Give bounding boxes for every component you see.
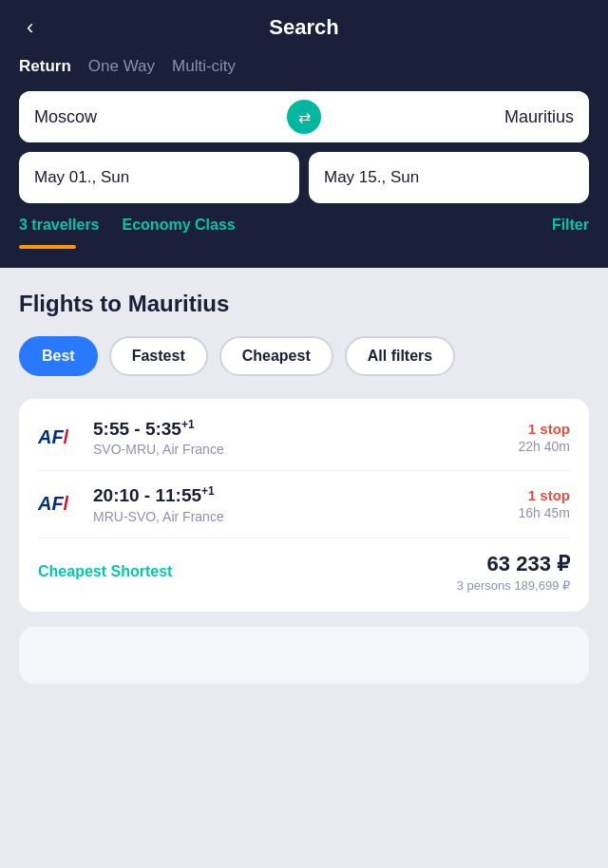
pill-best[interactable]: Best [19, 336, 98, 376]
tab-multi-city[interactable]: Multi-city [172, 57, 236, 76]
currency-symbol: ₽ [557, 552, 570, 576]
outbound-times: 5:55 - 5:35+1 SVO-MRU, Air France [93, 418, 519, 457]
inbound-times: 20:10 - 11:55+1 MRU-SVO, Air France [93, 484, 519, 523]
accent-bar [19, 245, 76, 249]
af-slash: / [64, 426, 69, 448]
filter-pills: Best Fastest Cheapest All filters [19, 336, 589, 376]
header: ‹ Search Return One Way Multi-city ⇄ May… [0, 0, 608, 268]
flight-card[interactable]: AF/ 5:55 - 5:35+1 SVO-MRU, Air France 1 … [19, 399, 589, 612]
outbound-route: SVO-MRU, Air France [93, 442, 519, 457]
filter-button[interactable]: Filter [552, 217, 589, 234]
swap-icon: ⇄ [298, 108, 311, 126]
pill-fastest[interactable]: Fastest [109, 336, 208, 376]
card-footer-divider [38, 538, 570, 538]
inbound-stop-info: 1 stop 16h 45m [519, 487, 570, 520]
travellers-button[interactable]: 3 travellers [19, 217, 100, 234]
back-button[interactable]: ‹ [19, 11, 41, 44]
card-footer: Cheapest Shortest 63 233 ₽ 3 persons 189… [38, 552, 570, 593]
depart-date[interactable]: May 01., Sun [19, 152, 299, 203]
airline-logo-inbound: AF/ [38, 493, 80, 515]
origin-destination-row: ⇄ [19, 91, 589, 142]
outbound-segment: AF/ 5:55 - 5:35+1 SVO-MRU, Air France 1 … [38, 418, 570, 457]
options-left: 3 travellers Economy Class [19, 217, 236, 234]
outbound-stop-info: 1 stop 22h 40m [519, 421, 570, 454]
outbound-duration: 22h 40m [519, 439, 570, 454]
inbound-route: MRU-SVO, Air France [93, 509, 519, 524]
header-title-row: ‹ Search [19, 15, 589, 40]
tab-return[interactable]: Return [19, 57, 71, 76]
card-divider [38, 470, 570, 471]
af-slash-inbound: / [64, 493, 69, 515]
pill-all-filters[interactable]: All filters [345, 336, 455, 376]
outbound-stop-badge: 1 stop [519, 421, 570, 437]
price-main: 63 233 ₽ [457, 552, 570, 576]
price-block: 63 233 ₽ 3 persons 189,699 ₽ [457, 552, 570, 593]
af-letters: AF [38, 426, 64, 448]
airline-logo-outbound: AF/ [38, 426, 80, 448]
destination-input[interactable] [305, 91, 590, 142]
origin-input[interactable] [19, 91, 305, 142]
pill-cheapest[interactable]: Cheapest [219, 336, 333, 376]
trip-tabs: Return One Way Multi-city [19, 57, 589, 76]
class-button[interactable]: Economy Class [123, 217, 236, 234]
inbound-time-range: 20:10 - 11:55+1 [93, 484, 519, 506]
af-letters-inbound: AF [38, 493, 64, 515]
outbound-time-range: 5:55 - 5:35+1 [93, 418, 519, 440]
tab-one-way[interactable]: One Way [88, 57, 155, 76]
dates-row: May 01., Sun May 15., Sun [19, 152, 589, 203]
return-date[interactable]: May 15., Sun [309, 152, 589, 203]
swap-button[interactable]: ⇄ [287, 100, 321, 134]
cheapest-shortest-label: Cheapest Shortest [38, 563, 172, 580]
inbound-stop-badge: 1 stop [519, 487, 570, 503]
flights-title: Flights to Mauritius [19, 291, 589, 317]
page-title: Search [269, 15, 338, 40]
next-card-peek [19, 627, 589, 684]
inbound-duration: 16h 45m [519, 505, 570, 520]
main-content: Flights to Mauritius Best Fastest Cheape… [0, 268, 608, 703]
inbound-segment: AF/ 20:10 - 11:55+1 MRU-SVO, Air France … [38, 484, 570, 523]
price-sub: 3 persons 189,699 ₽ [457, 578, 570, 593]
options-row: 3 travellers Economy Class Filter [19, 217, 589, 234]
